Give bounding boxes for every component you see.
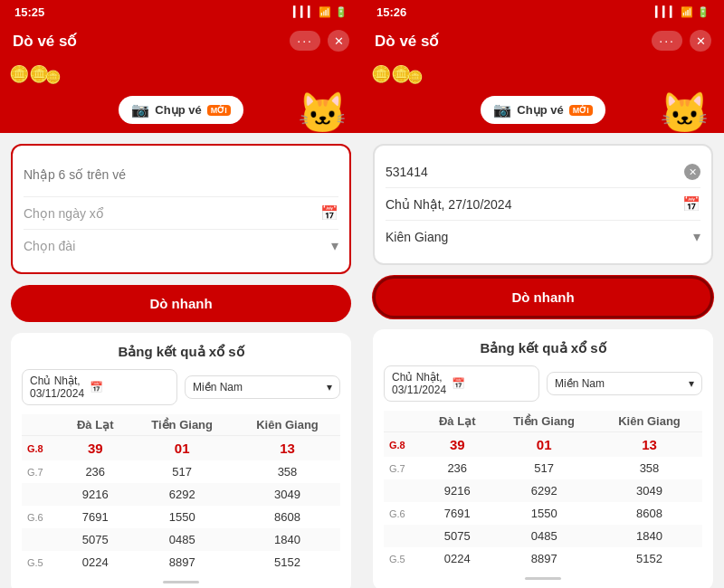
prize-col-header-left (22, 414, 61, 436)
prize-label: G.7 (22, 460, 61, 483)
ticket-number-input-left[interactable] (24, 164, 338, 189)
results-section-right: Bảng kết quả xổ số Chủ Nhật,03/11/2024 📅… (373, 329, 713, 588)
table-header-right: Đà Lạt Tiền Giang Kiên Giang (384, 411, 702, 432)
date-value-right: Chủ Nhật, 27/10/2024 (386, 197, 675, 212)
date-value-left: Chọn ngày xổ (24, 206, 313, 221)
status-icons-left: ▎▎▎ 📶 🔋 (293, 6, 348, 18)
table-row: 507504851840 (22, 528, 340, 551)
more-options-left[interactable]: ··· (290, 31, 320, 51)
prize-value: 358 (596, 457, 702, 479)
table-row: 507504851840 (384, 525, 702, 547)
prize-value: 7691 (61, 506, 129, 528)
prize-label: G.8 (384, 432, 423, 458)
coins-decoration2-left: 🪙 (45, 70, 61, 84)
prize-value: 39 (61, 436, 129, 461)
prize-value: 9216 (423, 479, 491, 502)
date-filter-left[interactable]: Chủ Nhật,03/11/2024 📅 (22, 369, 177, 405)
app-title-right: Dò vé số (375, 32, 438, 51)
table-row: G.5022488975152 (22, 551, 340, 574)
region-filter-left[interactable]: Miền Nam ▾ (185, 375, 340, 399)
prize-value: 0224 (423, 547, 491, 570)
prize-label: G.8 (22, 436, 61, 461)
number-input-row-right: ✕ (386, 156, 700, 188)
date-filter-value-left: Chủ Nhật,03/11/2024 (30, 375, 84, 400)
chevron-filter-icon-right: ▾ (689, 377, 694, 390)
dalat-col-header-left: Đà Lạt (61, 414, 129, 436)
region-filter-value-right: Miền Nam (555, 377, 605, 390)
prize-value: 13 (234, 436, 340, 461)
prize-label (384, 525, 423, 547)
results-title-left: Bảng kết quả xổ số (22, 344, 340, 360)
prize-label: G.7 (384, 457, 423, 479)
prize-value: 9216 (61, 483, 129, 506)
number-input-row-left (24, 156, 338, 197)
title-bar-left: Dò vé số ··· ✕ (0, 24, 362, 61)
region-value-left: Chọn đài (24, 239, 324, 253)
prize-value: 517 (491, 457, 596, 479)
region-input-row-right[interactable]: Kiên Giang ▾ (386, 221, 700, 252)
region-input-row-left[interactable]: Chọn đài ▾ (24, 230, 338, 261)
do-nhanh-button-right[interactable]: Dò nhanh (373, 276, 713, 318)
do-nhanh-button-left[interactable]: Dò nhanh (11, 285, 351, 322)
kiengiang-col-header-right: Kiên Giang (596, 411, 702, 432)
table-row: G.8390113 (22, 436, 340, 461)
camera-icon-right: 📷 (493, 101, 511, 119)
prize-value: 358 (234, 460, 340, 483)
prize-value: 1840 (596, 525, 702, 547)
prize-value: 236 (61, 460, 129, 483)
table-row: G.8390113 (384, 432, 702, 458)
signal-icon-right: ▎▎▎ (655, 6, 677, 18)
date-filter-right[interactable]: Chủ Nhật,03/11/2024 📅 (384, 365, 539, 402)
title-bar-right: Dò vé số ··· ✕ (362, 24, 724, 61)
results-table-left: Đà Lạt Tiền Giang Kiên Giang G.8390113G.… (22, 414, 340, 574)
prize-value: 5152 (234, 551, 340, 574)
status-icons-right: ▎▎▎ 📶 🔋 (655, 6, 710, 18)
content-left: Chọn ngày xổ 📅 Chọn đài ▾ Dò nhanh Bảng … (0, 133, 362, 588)
calendar-filter-icon-right: 📅 (452, 377, 465, 390)
calendar-filter-icon-left: 📅 (90, 381, 103, 394)
status-bar-right: 15:26 ▎▎▎ 📶 🔋 (362, 0, 724, 24)
prize-col-header-right (384, 411, 423, 432)
coins-decoration2-right: 🪙 (407, 70, 423, 84)
date-input-row-left[interactable]: Chọn ngày xổ 📅 (24, 197, 338, 230)
prize-value: 0485 (129, 528, 234, 551)
prize-value: 39 (423, 432, 491, 458)
capture-button-right[interactable]: 📷 Chụp vé MỚI (481, 96, 605, 124)
new-badge-left: MỚI (207, 105, 231, 116)
capture-button-left[interactable]: 📷 Chụp vé MỚI (119, 96, 243, 124)
hero-right: 🪙🪙 🪙 🐱 📷 Chụp vé MỚI (362, 61, 724, 133)
date-filter-value-right: Chủ Nhật,03/11/2024 (392, 371, 446, 396)
title-actions-right: ··· ✕ (652, 30, 711, 52)
prize-label: G.5 (22, 551, 61, 574)
region-filter-right[interactable]: Miền Nam ▾ (547, 372, 702, 395)
new-badge-right: MỚI (569, 105, 593, 116)
results-title-right: Bảng kết quả xổ số (384, 340, 702, 356)
close-button-right[interactable]: ✕ (690, 30, 711, 52)
coins-decoration-left: 🪙🪙 (9, 64, 49, 84)
table-row: 921662923049 (384, 479, 702, 502)
table-row: 921662923049 (22, 483, 340, 506)
dalat-col-header-right: Đà Lạt (423, 411, 491, 432)
camera-icon-left: 📷 (131, 101, 149, 119)
region-filter-value-left: Miền Nam (193, 381, 243, 394)
more-options-right[interactable]: ··· (652, 31, 682, 51)
table-header-left: Đà Lạt Tiền Giang Kiên Giang (22, 414, 340, 436)
clear-input-button-right[interactable]: ✕ (684, 164, 700, 180)
ticket-number-input-right[interactable] (386, 165, 677, 179)
calendar-icon-right: 📅 (682, 195, 700, 213)
table-row: G.6769115508608 (22, 506, 340, 528)
wifi-icon-right: 📶 (681, 6, 693, 18)
date-input-row-right[interactable]: Chủ Nhật, 27/10/2024 📅 (386, 188, 700, 221)
prize-label: G.6 (22, 506, 61, 528)
scroll-indicator-left (163, 581, 199, 583)
table-row: G.7236517358 (22, 460, 340, 483)
prize-value: 0485 (491, 525, 596, 547)
kiengiang-col-header-left: Kiên Giang (234, 414, 340, 436)
prize-value: 5075 (423, 525, 491, 547)
close-button-left[interactable]: ✕ (328, 30, 349, 52)
prize-value: 5075 (61, 528, 129, 551)
filter-row-right: Chủ Nhật,03/11/2024 📅 Miền Nam ▾ (384, 365, 702, 402)
table-row: G.5022488975152 (384, 547, 702, 570)
prize-value: 3049 (234, 483, 340, 506)
battery-icon-right: 🔋 (697, 6, 710, 18)
